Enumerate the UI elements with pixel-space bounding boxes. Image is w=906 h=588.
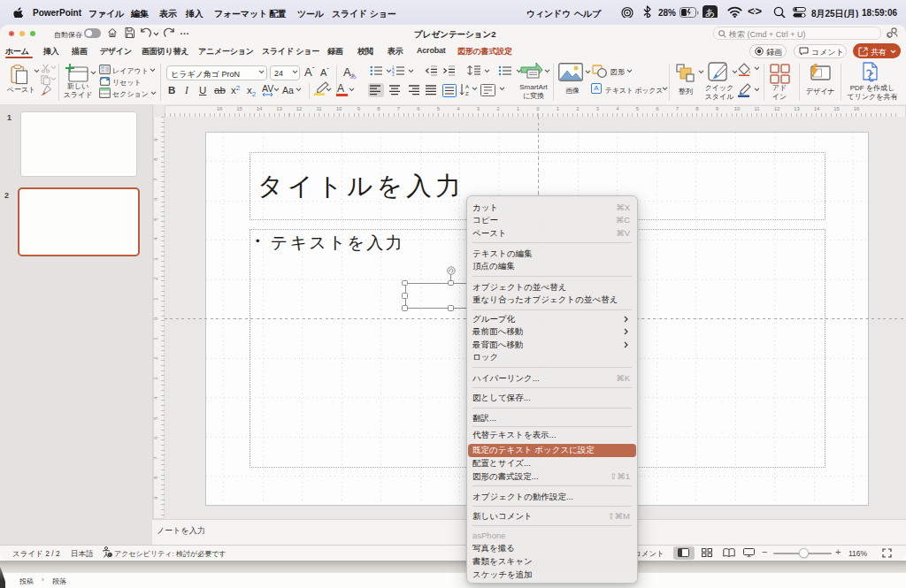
svg-text:!: ! xyxy=(109,553,110,557)
svg-text:3: 3 xyxy=(392,73,395,77)
svg-text:Z: Z xyxy=(465,91,469,96)
svg-text:A: A xyxy=(465,84,469,89)
